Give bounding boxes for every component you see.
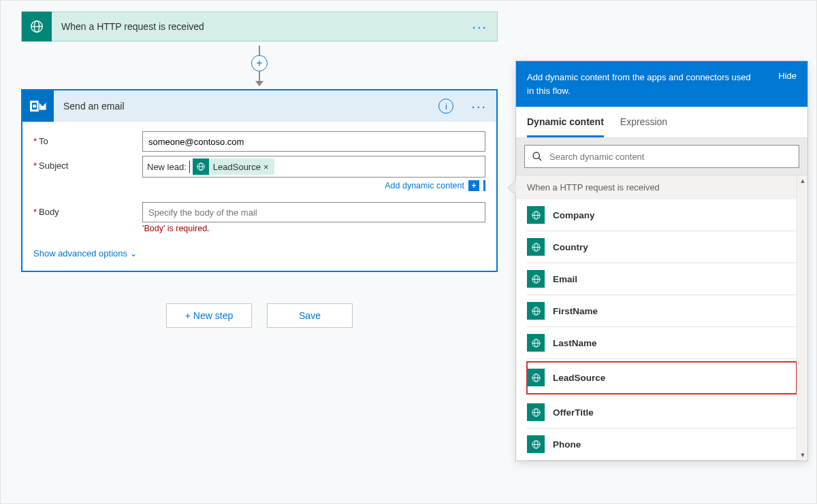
http-trigger-icon xyxy=(527,403,545,421)
body-label: *Body xyxy=(33,202,142,217)
dynamic-item-country[interactable]: Country xyxy=(527,231,797,263)
scroll-up-icon[interactable]: ▲ xyxy=(797,175,807,186)
dynamic-item-company[interactable]: Company xyxy=(527,199,797,231)
dynamic-item-phone[interactable]: Phone xyxy=(527,429,797,460)
info-icon[interactable]: i xyxy=(438,99,453,114)
new-step-button[interactable]: + New step xyxy=(166,303,252,328)
search-input[interactable] xyxy=(549,152,792,162)
add-dynamic-content-text: Add dynamic content xyxy=(385,181,464,190)
tab-dynamic-content[interactable]: Dynamic content xyxy=(527,107,604,137)
http-trigger-icon xyxy=(193,158,209,175)
http-trigger-icon xyxy=(527,270,545,288)
panel-pointer-icon xyxy=(508,181,516,195)
dynamic-item-label: Phone xyxy=(553,439,581,450)
search-dynamic-content[interactable] xyxy=(524,145,799,168)
svg-point-9 xyxy=(533,152,539,158)
plus-icon: + xyxy=(468,180,479,191)
tab-expression[interactable]: Expression xyxy=(620,107,667,137)
dynamic-item-offertitle[interactable]: OfferTitle xyxy=(527,397,797,429)
trigger-title: When a HTTP request is received xyxy=(61,21,462,32)
http-trigger-icon xyxy=(527,302,545,320)
subject-label: *Subject xyxy=(33,156,142,171)
send-email-menu-icon[interactable]: ··· xyxy=(462,99,496,114)
http-trigger-icon xyxy=(527,206,545,224)
http-trigger-icon xyxy=(527,435,545,453)
send-email-card: Send an email i ··· *To *Subject New lea… xyxy=(21,89,498,272)
dynamic-item-lastname[interactable]: LastName xyxy=(527,327,797,359)
trigger-card[interactable]: When a HTTP request is received ··· xyxy=(21,12,498,41)
subject-text-prefix: New lead: xyxy=(147,162,187,172)
svg-line-10 xyxy=(539,158,541,161)
panel-header-text: Add dynamic content from the apps and co… xyxy=(527,71,752,97)
http-trigger-icon xyxy=(527,369,545,386)
http-trigger-icon xyxy=(527,334,545,352)
body-error-text: 'Body' is required. xyxy=(142,224,485,233)
leadsource-token[interactable]: LeadSource × xyxy=(193,158,274,175)
dynamic-item-firstname[interactable]: FirstName xyxy=(527,295,797,327)
dynamic-item-label: Email xyxy=(553,274,577,284)
text-cursor xyxy=(189,161,190,173)
token-label: LeadSource xyxy=(213,162,261,172)
trigger-menu-icon[interactable]: ··· xyxy=(462,19,497,35)
search-icon xyxy=(532,151,543,162)
show-advanced-options-link[interactable]: Show advanced options ⌄ xyxy=(33,248,137,258)
http-trigger-icon xyxy=(22,12,52,41)
connector-arrow: + xyxy=(21,46,498,86)
dynamic-item-label: LeadSource xyxy=(553,373,605,383)
insert-marker-icon xyxy=(483,180,485,191)
save-button[interactable]: Save xyxy=(267,303,353,328)
http-trigger-icon xyxy=(527,238,545,256)
dynamic-item-leadsource[interactable]: LeadSource xyxy=(527,362,797,394)
hide-panel-link[interactable]: Hide xyxy=(778,71,797,81)
outlook-icon xyxy=(22,90,54,122)
scrollbar[interactable]: ▲ ▼ xyxy=(797,175,807,460)
dynamic-item-label: LastName xyxy=(553,338,597,348)
token-remove-icon[interactable]: × xyxy=(263,162,269,172)
dynamic-item-label: Company xyxy=(553,210,595,220)
to-label: *To xyxy=(33,131,142,146)
subject-input[interactable]: New lead: LeadSource × xyxy=(142,156,485,178)
add-step-inline-button[interactable]: + xyxy=(251,55,268,71)
to-input[interactable] xyxy=(142,131,485,152)
body-input[interactable] xyxy=(142,202,485,222)
dynamic-content-panel: Add dynamic content from the apps and co… xyxy=(515,61,808,461)
dynamic-item-label: FirstName xyxy=(553,306,598,316)
dynamic-item-email[interactable]: Email xyxy=(527,263,797,295)
chevron-down-icon: ⌄ xyxy=(130,249,137,258)
scroll-down-icon[interactable]: ▼ xyxy=(797,450,807,460)
send-email-title: Send an email xyxy=(63,101,438,112)
panel-header: Add dynamic content from the apps and co… xyxy=(516,61,807,107)
svg-point-5 xyxy=(33,105,36,108)
dynamic-item-label: Country xyxy=(553,242,588,252)
dynamic-group-header: When a HTTP request is received xyxy=(516,175,807,199)
add-dynamic-content-link[interactable]: Add dynamic content + xyxy=(385,180,485,191)
dynamic-item-label: OfferTitle xyxy=(553,407,594,418)
dynamic-content-scroll: When a HTTP request is received CompanyC… xyxy=(516,175,807,460)
send-email-header[interactable]: Send an email i ··· xyxy=(22,90,496,122)
